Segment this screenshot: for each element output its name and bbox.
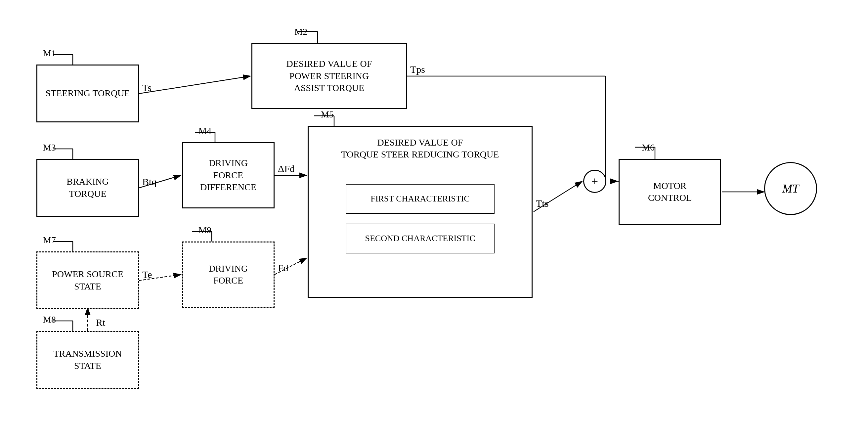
svg-line-30: [139, 275, 181, 281]
svg-line-20: [139, 76, 250, 94]
mt-circle: MT: [764, 162, 817, 215]
m9-ref: M9: [198, 225, 211, 236]
m7-ref: M7: [43, 235, 56, 246]
svg-text:Ts: Ts: [142, 82, 152, 93]
svg-text:Fd: Fd: [278, 262, 288, 273]
steering-torque-block: STEERING TORQUE: [36, 64, 139, 122]
power-source-state-label: POWER SOURCESTATE: [52, 268, 123, 292]
sum-circle: +: [583, 170, 606, 193]
steering-torque-label: STEERING TORQUE: [45, 87, 130, 99]
svg-line-26: [139, 175, 181, 188]
m8-ref: M8: [43, 314, 56, 325]
diagram: Ts Tps Btq ΔFd Te Rt Fd Tts STEERING T: [0, 0, 868, 439]
second-characteristic-block: SECOND CHARACTERISTIC: [346, 224, 495, 253]
m1-ref: M1: [43, 48, 56, 59]
second-characteristic-label: SECOND CHARACTERISTIC: [365, 233, 475, 244]
braking-torque-block: BRAKINGTORQUE: [36, 159, 139, 217]
transmission-state-block: TRANSMISSIONSTATE: [36, 331, 139, 389]
motor-control-block: MOTORCONTROL: [619, 159, 721, 225]
transmission-state-label: TRANSMISSIONSTATE: [54, 348, 122, 372]
driving-force-diff-label: DRIVINGFORCEDIFFERENCE: [200, 157, 256, 193]
m2-ref: M2: [294, 27, 307, 37]
first-characteristic-label: FIRST CHARACTERISTIC: [371, 193, 469, 205]
svg-text:Btq: Btq: [142, 176, 156, 187]
desired-torque-steer-label: DESIRED VALUE OFTORQUE STEER REDUCING TO…: [335, 133, 506, 164]
driving-force-label: DRIVINGFORCE: [209, 263, 248, 287]
svg-line-36: [533, 181, 582, 212]
m5-ref: M5: [321, 109, 334, 120]
m6-ref: M6: [642, 142, 655, 153]
sum-symbol: +: [591, 174, 598, 188]
m4-ref: M4: [198, 126, 211, 136]
svg-text:Rt: Rt: [96, 317, 105, 328]
driving-force-diff-block: DRIVINGFORCEDIFFERENCE: [182, 142, 275, 209]
svg-text:ΔFd: ΔFd: [278, 163, 295, 174]
desired-power-steering-label: DESIRED VALUE OFPOWER STEERINGASSIST TOR…: [286, 58, 372, 94]
svg-text:Te: Te: [142, 269, 152, 280]
svg-text:Tps: Tps: [410, 64, 425, 75]
motor-control-label: MOTORCONTROL: [648, 180, 692, 204]
mt-label: MT: [782, 182, 799, 195]
svg-line-34: [275, 258, 307, 275]
power-source-state-block: POWER SOURCESTATE: [36, 251, 139, 309]
desired-power-steering-block: DESIRED VALUE OFPOWER STEERINGASSIST TOR…: [251, 43, 407, 109]
svg-text:Tts: Tts: [536, 198, 549, 209]
driving-force-block: DRIVINGFORCE: [182, 242, 275, 308]
desired-torque-steer-block: DESIRED VALUE OFTORQUE STEER REDUCING TO…: [308, 126, 533, 298]
m3-ref: M3: [43, 142, 56, 153]
braking-torque-label: BRAKINGTORQUE: [66, 176, 109, 200]
first-characteristic-block: FIRST CHARACTERISTIC: [346, 184, 495, 214]
